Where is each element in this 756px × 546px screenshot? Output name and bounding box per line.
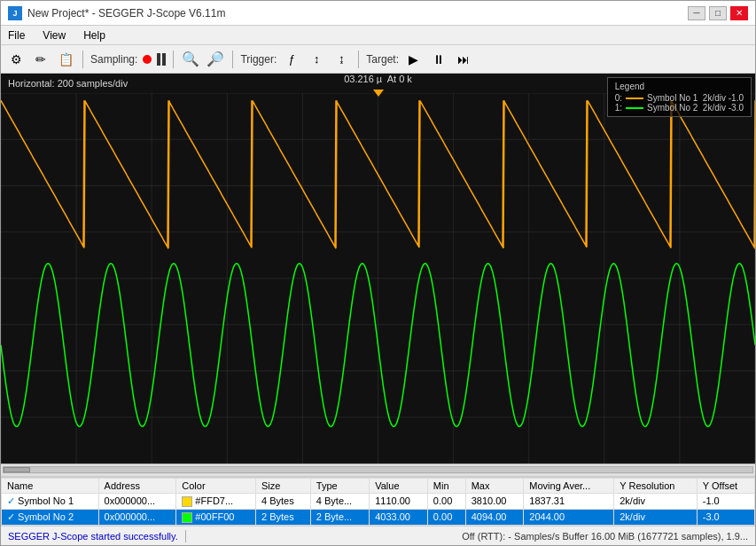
pause-bar-1: [157, 53, 160, 66]
legend-item-0: 0: Symbol No 1 2k/div -1.0: [615, 93, 744, 103]
row2-color: #00FF00: [176, 509, 256, 525]
title-bar-left: J New Project* - SEGGER J-Scope V6.11m: [8, 6, 225, 20]
status-right: Off (RTT): - Samples/s Buffer 16.00 MiB …: [193, 531, 748, 542]
data-table: Name Address Color Size Type Value Min M…: [1, 478, 755, 526]
trigger-label: Trigger:: [240, 53, 277, 66]
menu-help[interactable]: Help: [80, 28, 109, 43]
toolbar: ⚙ ✏ 📋 Sampling: 🔍 🔎 Trigger: ƒ ↕ ↨ Targe…: [1, 45, 755, 74]
toolbar-separator-3: [232, 51, 233, 68]
row2-max: 4094.00: [465, 509, 524, 525]
title-bar-controls: ─ □ ✕: [688, 6, 748, 20]
close-button[interactable]: ✕: [730, 6, 748, 20]
sampling-label: Sampling:: [90, 53, 137, 66]
legend-color-1: [626, 107, 643, 109]
zoom-out-icon[interactable]: 🔎: [206, 50, 225, 69]
status-bar: SEGGER J-Scope started successfully. Off…: [1, 526, 755, 545]
row1-max: 3810.00: [465, 493, 524, 509]
pause-button[interactable]: [157, 53, 166, 66]
target-end-icon[interactable]: ⏭: [454, 50, 473, 69]
zoom-in-icon[interactable]: 🔍: [181, 50, 200, 69]
pause-bar-2: [162, 53, 166, 66]
legend-id-0: 0:: [615, 93, 622, 103]
row2-value: 4033.00: [370, 509, 428, 525]
cursor-triangle: [373, 90, 384, 97]
scope-canvas-wrapper: [1, 93, 755, 464]
col-size: Size: [255, 478, 310, 493]
toolbar-separator-1: [82, 51, 83, 68]
table-row[interactable]: ✓ Symbol No 1 0x000000... #FFD7... 4 Byt…: [2, 493, 755, 509]
target-play-icon[interactable]: ▶: [404, 50, 424, 69]
trigger-icon-1[interactable]: ƒ: [282, 50, 301, 69]
row1-type: 4 Byte...: [310, 493, 369, 509]
data-table-wrapper: Name Address Color Size Type Value Min M…: [1, 476, 755, 526]
legend-text-1: Symbol No 2 2k/div -3.0: [647, 103, 744, 113]
maximize-button[interactable]: □: [709, 6, 727, 20]
col-y-res: Y Resolution: [614, 478, 698, 493]
target-label: Target:: [366, 53, 399, 66]
table-header-row: Name Address Color Size Type Value Min M…: [2, 478, 755, 493]
row2-address: 0x000000...: [98, 509, 176, 525]
status-left: SEGGER J-Scope started successfully.: [8, 531, 178, 542]
row1-check: ✓: [7, 495, 15, 506]
app-icon: J: [8, 6, 22, 20]
horizontal-label: Horizontal: 200 samples/div: [8, 78, 128, 89]
row2-type: 2 Byte...: [310, 509, 369, 525]
status-separator: [185, 530, 186, 542]
col-min: Min: [427, 478, 465, 493]
row1-color: #FFD7...: [176, 493, 256, 509]
col-name: Name: [2, 478, 99, 493]
settings-icon[interactable]: ⚙: [6, 50, 26, 69]
legend-color-0: [626, 98, 643, 99]
menu-view[interactable]: View: [39, 28, 69, 43]
row1-name: ✓ Symbol No 1: [2, 493, 99, 509]
row1-size: 4 Bytes: [255, 493, 310, 509]
legend-id-1: 1:: [615, 103, 622, 113]
toolbar-separator-2: [173, 51, 174, 68]
row2-check: ✓: [7, 511, 15, 522]
window-title: New Project* - SEGGER J-Scope V6.11m: [27, 7, 225, 20]
col-address: Address: [98, 478, 176, 493]
scope-container: Horizontal: 200 samples/div 03.216 µ At …: [1, 74, 755, 526]
row2-y-offset: -3.0: [697, 509, 754, 525]
col-type: Type: [310, 478, 369, 493]
legend-item-1: 1: Symbol No 2 2k/div -3.0: [615, 103, 744, 113]
target-pause-icon[interactable]: ⏸: [429, 50, 448, 69]
row1-value: 1110.00: [370, 493, 428, 509]
toolbar-separator-4: [358, 51, 359, 68]
col-moving-avg: Moving Aver...: [524, 478, 614, 493]
row2-moving-avg: 2044.00: [524, 509, 614, 525]
trigger-icon-2[interactable]: ↕: [307, 50, 326, 69]
scrollbar-track[interactable]: [3, 466, 753, 473]
scrollbar-thumb[interactable]: [4, 467, 30, 472]
scope-scrollbar[interactable]: [1, 464, 755, 476]
menu-bar: File View Help: [1, 26, 755, 45]
cursor-info: 03.216 µ At 0 k: [344, 74, 412, 84]
title-bar: J New Project* - SEGGER J-Scope V6.11m ─…: [1, 1, 755, 26]
legend-text-0: Symbol No 1 2k/div -1.0: [647, 93, 744, 103]
row1-y-res: 2k/div: [614, 493, 698, 509]
file-icon[interactable]: 📋: [56, 50, 75, 69]
col-max: Max: [465, 478, 524, 493]
col-y-offset: Y Offset: [697, 478, 754, 493]
row2-min: 0.00: [427, 509, 465, 525]
row1-address: 0x000000...: [98, 493, 176, 509]
sampling-dot: [143, 55, 152, 64]
row2-y-res: 2k/div: [614, 509, 698, 525]
edit-icon[interactable]: ✏: [31, 50, 51, 69]
row2-size: 2 Bytes: [255, 509, 310, 525]
legend-box: Legend 0: Symbol No 1 2k/div -1.0 1: Sym…: [607, 77, 752, 117]
menu-file[interactable]: File: [4, 28, 28, 43]
main-window: J New Project* - SEGGER J-Scope V6.11m ─…: [0, 0, 756, 546]
legend-title: Legend: [615, 82, 744, 91]
row1-min: 0.00: [427, 493, 465, 509]
row1-y-offset: -1.0: [697, 493, 754, 509]
minimize-button[interactable]: ─: [688, 6, 705, 20]
col-value: Value: [370, 478, 428, 493]
trigger-icon-3[interactable]: ↨: [331, 50, 351, 69]
row2-name: ✓ Symbol No 2: [2, 509, 99, 525]
col-color: Color: [176, 478, 256, 493]
scope-display[interactable]: Horizontal: 200 samples/div 03.216 µ At …: [1, 74, 755, 464]
scope-canvas: [1, 93, 755, 464]
table-row[interactable]: ✓ Symbol No 2 0x000000... #00FF00 2 Byte…: [2, 509, 755, 525]
row1-moving-avg: 1837.31: [524, 493, 614, 509]
